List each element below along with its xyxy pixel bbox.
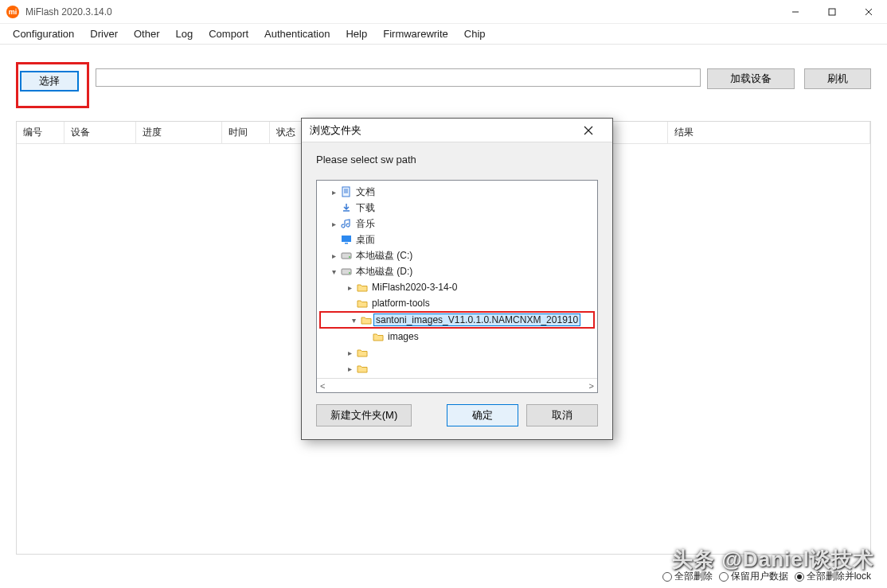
scroll-left-icon[interactable]: < bbox=[320, 381, 325, 391]
dialog-titlebar[interactable]: 浏览文件夹 bbox=[302, 119, 612, 142]
tree-row[interactable]: ▸文档 bbox=[317, 184, 597, 200]
svg-point-14 bbox=[349, 256, 350, 258]
action-row: 选择 加载设备 刷机 bbox=[0, 45, 887, 116]
expander-icon[interactable]: ▸ bbox=[344, 283, 355, 292]
dialog-body: Please select sw path ▸文档下载▸音乐桌面▸本地磁盘 (C… bbox=[302, 142, 612, 439]
expander-icon[interactable]: ▾ bbox=[328, 267, 339, 276]
expander-icon[interactable]: ▸ bbox=[328, 188, 339, 197]
expander-icon[interactable]: ▸ bbox=[328, 220, 339, 228]
radio-save-user-data-label: 保留用户数据 bbox=[731, 570, 788, 583]
tree-label: images bbox=[385, 330, 421, 343]
radio-save-user-data[interactable]: 保留用户数据 bbox=[719, 570, 788, 583]
drive-icon bbox=[339, 250, 354, 261]
tree-label: 本地磁盘 (C:) bbox=[354, 248, 415, 263]
menu-authentication[interactable]: Authentication bbox=[256, 25, 338, 42]
th-id[interactable]: 编号 bbox=[17, 122, 64, 143]
tree-row[interactable]: ▸ bbox=[317, 360, 597, 376]
tree-label bbox=[369, 352, 374, 353]
tree-row[interactable]: ▸MiFlash2020-3-14-0 bbox=[317, 279, 597, 295]
th-result[interactable]: 结果 bbox=[668, 122, 870, 143]
flash-button[interactable]: 刷机 bbox=[804, 68, 871, 89]
radio-clean-all[interactable]: 全部删除 bbox=[662, 570, 713, 583]
svg-rect-6 bbox=[342, 187, 350, 197]
dialog-title: 浏览文件夹 bbox=[310, 123, 361, 138]
window-buttons bbox=[777, 0, 887, 24]
folder-tree[interactable]: ▸文档下载▸音乐桌面▸本地磁盘 (C:)▾本地磁盘 (D:)▸MiFlash20… bbox=[316, 180, 598, 393]
expander-icon[interactable]: ▸ bbox=[344, 349, 355, 357]
app-icon: mi bbox=[6, 6, 19, 18]
desktop-icon bbox=[339, 234, 354, 245]
dialog-close-button[interactable] bbox=[572, 119, 604, 142]
tree-label bbox=[369, 368, 374, 369]
tree-row[interactable]: images bbox=[317, 329, 597, 345]
new-folder-button[interactable]: 新建文件夹(M) bbox=[316, 404, 412, 426]
menu-driver[interactable]: Driver bbox=[82, 25, 126, 42]
expander-icon[interactable]: ▸ bbox=[344, 364, 355, 373]
scroll-right-icon[interactable]: > bbox=[589, 381, 594, 391]
tree-row[interactable]: ▾本地磁盘 (D:) bbox=[317, 263, 597, 279]
svg-rect-11 bbox=[342, 236, 351, 242]
menu-log[interactable]: Log bbox=[168, 25, 201, 42]
radio-clean-all-label: 全部删除 bbox=[674, 570, 713, 583]
flash-options: 全部删除 保留用户数据 全部删除并lock bbox=[662, 570, 871, 583]
th-progress[interactable]: 进度 bbox=[136, 122, 222, 143]
close-button[interactable] bbox=[850, 0, 887, 24]
tree-row[interactable]: ▸本地磁盘 (C:) bbox=[317, 247, 597, 263]
tree-label: santoni_images_V11.0.1.0.NAMCNXM_201910 bbox=[373, 313, 580, 326]
radio-clean-all-lock[interactable]: 全部删除并lock bbox=[795, 570, 871, 583]
tree-row[interactable]: 下载 bbox=[317, 200, 597, 216]
tree-row[interactable]: platform-tools bbox=[317, 295, 597, 311]
doc-icon bbox=[339, 186, 354, 197]
svg-point-16 bbox=[349, 272, 350, 274]
maximize-button[interactable] bbox=[814, 0, 850, 24]
folder-icon bbox=[371, 331, 385, 342]
browse-folder-dialog: 浏览文件夹 Please select sw path ▸文档下载▸音乐桌面▸本… bbox=[301, 118, 613, 440]
dialog-button-row: 新建文件夹(M) 确定 取消 bbox=[316, 404, 598, 426]
tree-label: 本地磁盘 (D:) bbox=[354, 264, 415, 279]
right-buttons: 加载设备 刷机 bbox=[707, 68, 871, 89]
tree-row[interactable]: ▸ bbox=[317, 345, 597, 360]
folder-icon bbox=[359, 314, 373, 325]
radio-clean-all-lock-label: 全部删除并lock bbox=[807, 570, 871, 583]
titlebar: mi MiFlash 2020.3.14.0 bbox=[0, 0, 887, 24]
folder-icon bbox=[355, 347, 369, 358]
folder-icon bbox=[355, 363, 369, 374]
tree-row[interactable]: ▸音乐 bbox=[317, 216, 597, 232]
dialog-prompt: Please select sw path bbox=[316, 154, 598, 165]
dl-icon bbox=[339, 202, 354, 213]
window-title: MiFlash 2020.3.14.0 bbox=[25, 6, 112, 18]
menu-comport[interactable]: Comport bbox=[201, 25, 256, 42]
folder-icon bbox=[355, 282, 369, 293]
tree-label: platform-tools bbox=[369, 297, 432, 310]
menubar: Configuration Driver Other Log Comport A… bbox=[0, 24, 887, 45]
load-devices-button[interactable]: 加载设备 bbox=[707, 68, 795, 89]
music-icon bbox=[339, 218, 354, 229]
tree-row[interactable]: 桌面 bbox=[317, 232, 597, 247]
menu-firmwarewrite[interactable]: Firmwarewrite bbox=[375, 25, 456, 42]
select-button-highlight: 选择 bbox=[16, 62, 89, 108]
tree-label: 下载 bbox=[354, 201, 377, 216]
menu-help[interactable]: Help bbox=[338, 25, 375, 42]
tree-label: MiFlash2020-3-14-0 bbox=[369, 281, 459, 294]
tree-label: 桌面 bbox=[354, 232, 377, 247]
th-time[interactable]: 时间 bbox=[222, 122, 270, 143]
select-button[interactable]: 选择 bbox=[20, 71, 79, 92]
menu-chip[interactable]: Chip bbox=[456, 25, 494, 42]
menu-configuration[interactable]: Configuration bbox=[5, 25, 82, 42]
path-input[interactable] bbox=[96, 68, 701, 87]
tree-label: 文档 bbox=[354, 185, 377, 200]
svg-rect-12 bbox=[345, 243, 348, 244]
horizontal-scrollbar[interactable]: < > bbox=[317, 378, 597, 392]
folder-icon bbox=[355, 298, 369, 309]
expander-icon[interactable]: ▾ bbox=[348, 316, 359, 325]
tree-row[interactable]: ▾santoni_images_V11.0.1.0.NAMCNXM_201910 bbox=[319, 311, 595, 329]
tree-label: 音乐 bbox=[354, 216, 377, 232]
menu-other[interactable]: Other bbox=[126, 25, 168, 42]
th-device[interactable]: 设备 bbox=[64, 122, 136, 143]
drive-icon bbox=[339, 266, 354, 277]
svg-rect-1 bbox=[829, 9, 835, 15]
cancel-button[interactable]: 取消 bbox=[526, 404, 598, 426]
expander-icon[interactable]: ▸ bbox=[328, 251, 339, 260]
ok-button[interactable]: 确定 bbox=[447, 404, 518, 426]
minimize-button[interactable] bbox=[777, 0, 814, 24]
